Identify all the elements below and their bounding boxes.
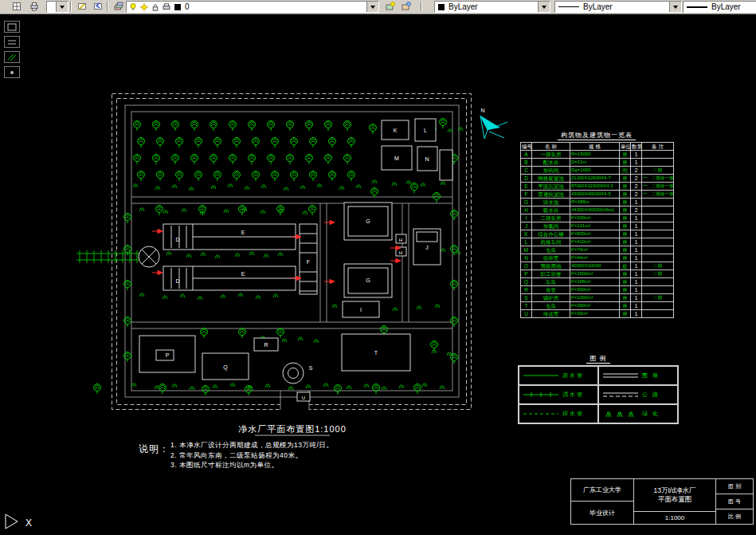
dock-button-3[interactable]	[4, 51, 20, 63]
cell-remark: 二期	[642, 294, 674, 302]
table-row: A 一级泵房 R=15000 座 1	[521, 151, 674, 159]
workspace-select[interactable]	[46, 1, 69, 13]
label-M: M	[394, 155, 399, 161]
cell-unit: 处	[620, 262, 631, 270]
tree-icon	[191, 121, 198, 132]
cell-unit: 座	[620, 199, 631, 207]
tree-icon	[268, 121, 275, 132]
wall-line-icon	[601, 371, 640, 380]
layer-states-icon	[386, 2, 395, 11]
chevron-down-icon[interactable]	[538, 2, 550, 12]
make-layer-current-button[interactable]	[73, 1, 88, 12]
structures-table-title: 构筑物及建筑物一览表	[520, 131, 673, 140]
lineweight-sample-icon	[687, 6, 707, 8]
label-D: D	[175, 278, 179, 284]
printer-icon	[162, 2, 171, 12]
tree-icon	[157, 171, 164, 182]
grass-icon	[245, 186, 249, 190]
tree-icon	[451, 246, 458, 256]
cell-remark	[642, 302, 674, 310]
clear-water-line-icon	[522, 390, 560, 399]
grass-icon	[235, 253, 240, 257]
chevron-down-icon[interactable]	[366, 2, 378, 12]
cell-name: 综合办公楼	[532, 230, 570, 238]
cell-name: 车库	[532, 278, 570, 286]
legend-item: 围 墙	[598, 366, 678, 385]
cell-code: L	[521, 238, 532, 246]
cell-qty: 1	[631, 222, 642, 230]
table-row: P 职工宿舍 F=1500m² 座 1 二期	[521, 270, 674, 278]
cell-qty: 1	[631, 302, 642, 310]
layer-isolate-button[interactable]	[398, 1, 413, 12]
grass-icon	[339, 186, 344, 190]
current-layer-name: 0	[185, 2, 190, 12]
cell-remark: 二期	[642, 270, 674, 278]
grass-icon	[417, 305, 421, 309]
grass-icon	[172, 184, 177, 188]
cell-remark	[642, 207, 674, 214]
ucs-icon: X	[2, 510, 49, 533]
greenery-icon	[601, 409, 640, 419]
chevron-down-icon[interactable]	[669, 2, 681, 12]
notes-list: 1. 本净水厂设计分两期建成，总规模为13万吨/日。 2. 常年风向东南，二级泵…	[170, 440, 408, 470]
legend-item: 公 路	[598, 385, 678, 404]
tree-icon	[138, 138, 145, 148]
cell-spec: F=121m²	[570, 222, 620, 230]
color-select[interactable]: ByLayer	[434, 1, 550, 13]
cell-name: 配水井	[532, 159, 570, 167]
linetype-select[interactable]: ByLayer	[554, 1, 682, 13]
grass-icon	[265, 384, 270, 387]
lineweight-select[interactable]: ByLayer	[683, 1, 756, 13]
layer-select[interactable]: 0	[126, 1, 379, 13]
cell-qty: 1	[631, 270, 642, 278]
grass-icon	[303, 210, 307, 214]
cell-qty: 1	[631, 310, 642, 318]
tree-icon	[253, 171, 260, 182]
cell-remark	[642, 230, 674, 238]
cell-unit: 座	[620, 270, 631, 278]
tree-icon	[325, 155, 332, 165]
layer-previous-icon	[93, 2, 103, 11]
titleblock-field-3: 比 例	[715, 509, 754, 525]
cell-unit: 座	[620, 286, 631, 294]
table-row: B 配水井 D=21m 座 1	[521, 159, 674, 167]
cell-unit: 座	[620, 238, 631, 246]
grass-icon	[440, 385, 445, 389]
cell-qty: 1	[631, 278, 642, 286]
chevron-down-icon[interactable]	[56, 2, 68, 12]
cell-remark: 二期	[642, 262, 674, 270]
layer-previous-button[interactable]	[89, 1, 104, 12]
grass-icon	[180, 293, 185, 297]
snap-grid-button[interactable]	[8, 1, 23, 12]
notes: 说明： 1. 本净水厂设计分两期建成，总规模为13万吨/日。 2. 常年风向东南…	[137, 440, 408, 470]
grass-icon	[163, 295, 167, 299]
lineweight-value: ByLayer	[711, 2, 741, 12]
layer-states-button[interactable]	[382, 1, 397, 12]
dock-button-2[interactable]	[4, 36, 20, 48]
tree-icon	[291, 171, 298, 182]
table-row: U 传达室 F=30m² 座 1	[521, 310, 674, 318]
dock-button-4[interactable]	[4, 66, 20, 78]
titleblock-subtitle: 毕业设计	[570, 501, 634, 525]
grass-icon	[399, 384, 404, 388]
cell-unit: 座	[620, 151, 631, 159]
cell-spec: 44300X40300(H6m)	[570, 207, 620, 214]
grass-icon	[392, 182, 397, 186]
water-tower	[283, 363, 304, 384]
cell-unit: 座	[620, 310, 631, 318]
grass-icon	[201, 252, 206, 256]
grass-icon	[306, 384, 311, 388]
grass-icon	[213, 384, 217, 388]
cell-code: O	[521, 262, 532, 270]
tree-icon	[310, 138, 317, 148]
cell-spec: 21200X12600X4.7	[570, 175, 620, 183]
grass-icon	[189, 187, 194, 191]
cell-unit: 座	[620, 159, 631, 167]
tree-icon	[94, 384, 101, 395]
dock-button-1[interactable]	[4, 21, 20, 33]
tree-icon	[433, 193, 441, 203]
plot-button[interactable]	[25, 1, 41, 12]
grass-icon	[435, 304, 440, 308]
grass-icon	[190, 386, 194, 390]
layer-properties-button[interactable]	[110, 1, 125, 12]
